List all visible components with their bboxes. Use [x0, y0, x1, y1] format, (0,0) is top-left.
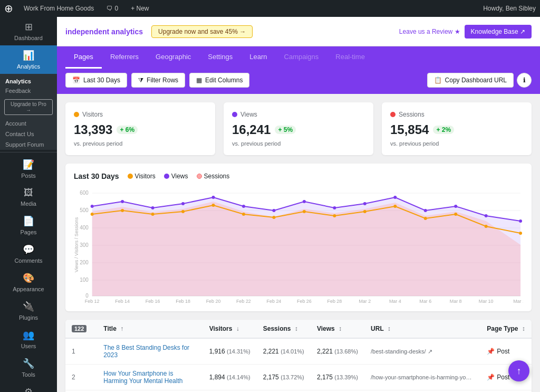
- sidebar-item-media[interactable]: 🖼 Media: [0, 183, 57, 211]
- info-button[interactable]: ℹ: [517, 73, 532, 88]
- svg-point-43: [519, 232, 522, 235]
- col-pagetype-header[interactable]: Page Type ↕: [480, 320, 532, 338]
- tab-referrers[interactable]: Referrers: [102, 46, 147, 69]
- sidebar-forum[interactable]: Support Forum: [0, 139, 57, 150]
- row-url[interactable]: /13-productivity-tips-from-top-experts/ …: [364, 390, 480, 393]
- svg-point-16: [151, 206, 155, 209]
- new-item[interactable]: + New: [127, 5, 153, 12]
- svg-point-25: [424, 209, 427, 212]
- calendar-icon: 📅: [72, 77, 80, 84]
- legend-visitors-dot: [128, 174, 133, 179]
- tools-icon: 🔧: [23, 358, 34, 369]
- tab-settings[interactable]: Settings: [199, 46, 241, 69]
- tab-pages[interactable]: Pages: [65, 46, 102, 69]
- col-title-header[interactable]: Title ↑: [97, 320, 202, 338]
- last30-button[interactable]: 📅 Last 30 Days: [65, 73, 127, 88]
- col-url-header[interactable]: URL ↕: [364, 320, 480, 338]
- svg-text:Feb 22: Feb 22: [236, 299, 251, 303]
- sidebar-contact[interactable]: Contact Us: [0, 129, 57, 139]
- header-actions: Leave us a Review ★ Knowledge Base ↗: [399, 25, 532, 39]
- sidebar-item-label: Dashboard: [14, 35, 43, 41]
- site-name-item[interactable]: Work From Home Goods: [20, 5, 98, 12]
- row-views: 711 (4.38%): [311, 390, 364, 393]
- row-sessions: 2,221 (14.01%): [257, 338, 311, 365]
- visitors-change: + 6%: [117, 126, 138, 134]
- sidebar-item-settings[interactable]: ⚙ Settings: [0, 382, 57, 392]
- plugin-logo: independent analytics: [65, 27, 143, 36]
- svg-point-39: [393, 205, 397, 208]
- leave-review-button[interactable]: Leave us a Review ★: [399, 28, 460, 35]
- svg-point-38: [363, 210, 367, 213]
- sidebar-item-label: Users: [21, 343, 36, 349]
- sidebar-item-plugins[interactable]: 🔌 Plugins: [0, 297, 57, 325]
- filter-rows-button[interactable]: ⧩ Filter Rows: [131, 73, 185, 88]
- sidebar-item-appearance[interactable]: 🎨 Appearance: [0, 268, 57, 297]
- legend-views[interactable]: Views: [164, 173, 188, 180]
- sidebar-item-comments[interactable]: 💬 Comments: [0, 240, 57, 268]
- views-change: + 5%: [275, 126, 296, 134]
- upgrade-banner[interactable]: Upgrade now and save 45% →: [151, 25, 253, 38]
- svg-text:Views / Visitors / Sessions: Views / Visitors / Sessions: [74, 217, 79, 272]
- row-pagetype: 📌 Post: [480, 390, 532, 393]
- data-table-container: 122 Title ↑ Visitors ↓ Sessions ↕: [65, 320, 532, 392]
- sidebar-item-users[interactable]: 👥 Users: [0, 325, 57, 353]
- sidebar-item-tools[interactable]: 🔧 Tools: [0, 353, 57, 382]
- col-visitors-header[interactable]: Visitors ↓: [203, 320, 257, 338]
- sidebar-item-label: Posts: [21, 173, 36, 179]
- row-views: 2,175 (13.39%): [311, 365, 364, 390]
- sidebar-item-dashboard[interactable]: ⊞ Dashboard: [0, 17, 57, 45]
- svg-point-18: [212, 196, 215, 199]
- sidebar-item-pages[interactable]: 📄 Pages: [0, 211, 57, 240]
- sidebar-item-posts[interactable]: 📝 Posts: [0, 155, 57, 183]
- knowledge-base-button[interactable]: Knowledge Base ↗: [465, 25, 532, 39]
- svg-point-35: [272, 216, 275, 219]
- sessions-area: [92, 202, 520, 296]
- row-sessions: 2,175 (13.72%): [257, 365, 311, 390]
- svg-point-15: [121, 200, 124, 203]
- comments-item[interactable]: 🗨 0: [102, 5, 122, 12]
- comments-icon: 💬: [23, 244, 34, 255]
- chart-svg: 600 500 400 300 200 100 0: [74, 187, 523, 303]
- scroll-to-top-button[interactable]: ↑: [508, 360, 529, 381]
- views-sort-icon: ↕: [339, 325, 342, 332]
- sidebar-account[interactable]: Account: [0, 118, 57, 129]
- tab-learn[interactable]: Learn: [241, 46, 275, 69]
- svg-text:600: 600: [80, 190, 89, 196]
- site-name-label: Work From Home Goods: [24, 5, 94, 12]
- sidebar-upgrade[interactable]: Upgrade to Pro →: [4, 99, 53, 115]
- tab-realtime[interactable]: Real-time: [327, 46, 373, 69]
- svg-text:300: 300: [80, 242, 89, 248]
- sessions-sort-icon: ↕: [295, 325, 298, 332]
- data-table: 122 Title ↑ Visitors ↓ Sessions ↕: [65, 320, 532, 392]
- visitors-dot: [74, 112, 79, 117]
- wp-logo[interactable]: ⊕: [4, 2, 13, 15]
- svg-point-37: [333, 214, 336, 217]
- svg-text:Feb 18: Feb 18: [176, 299, 190, 303]
- plugins-icon: 🔌: [23, 301, 34, 312]
- tab-geographic[interactable]: Geographic: [147, 46, 199, 69]
- sidebar-feedback[interactable]: Feedback: [0, 85, 57, 96]
- sessions-dot: [390, 112, 396, 117]
- svg-text:Mar 10: Mar 10: [479, 299, 494, 303]
- col-sessions-header[interactable]: Sessions ↕: [257, 320, 311, 338]
- copy-url-button[interactable]: 📋 Copy Dashboard URL: [427, 73, 514, 88]
- tab-campaigns[interactable]: Campaigns: [276, 46, 327, 69]
- sessions-change: + 2%: [433, 126, 454, 134]
- sidebar-item-label: Tools: [22, 371, 35, 378]
- sidebar-item-analytics[interactable]: 📊 Analytics: [0, 45, 57, 74]
- url-sort-icon: ↕: [388, 325, 391, 332]
- row-url[interactable]: /how-your-smartphone-is-harming-your-men…: [364, 365, 480, 390]
- svg-point-27: [485, 214, 488, 217]
- svg-point-20: [272, 209, 275, 212]
- comments-label: 🗨 0: [107, 5, 118, 12]
- settings-icon: ⚙: [24, 386, 33, 392]
- svg-point-30: [121, 209, 124, 212]
- col-views-header[interactable]: Views ↕: [311, 320, 364, 338]
- legend-sessions[interactable]: Sessions: [197, 173, 230, 180]
- row-pagetype: 📌 Post: [480, 338, 532, 365]
- legend-visitors[interactable]: Visitors: [128, 173, 156, 180]
- sidebar-item-label: Pages: [20, 229, 36, 235]
- edit-columns-button[interactable]: ▦ Edit Columns: [189, 73, 249, 88]
- row-url[interactable]: /best-standing-desks/ ↗: [364, 338, 480, 365]
- table-row: 1 The 8 Best Standing Desks for 2023 1,9…: [65, 338, 532, 365]
